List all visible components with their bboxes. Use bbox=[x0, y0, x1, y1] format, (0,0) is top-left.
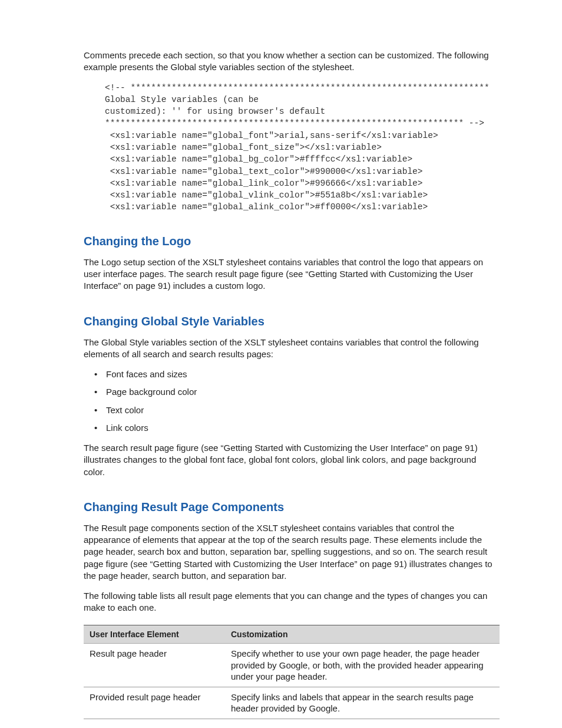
section-body: The Result page components section of th… bbox=[84, 522, 500, 582]
table-header-element: User Interface Element bbox=[84, 625, 225, 644]
section-body: The search result page figure (see “Gett… bbox=[84, 442, 500, 478]
heading-global-style: Changing Global Style Variables bbox=[84, 314, 500, 330]
section-global-style: Changing Global Style Variables The Glob… bbox=[84, 314, 500, 478]
table-cell: Provided result page header bbox=[84, 687, 225, 719]
list-item: Text color bbox=[94, 404, 500, 416]
list-item: Font faces and sizes bbox=[94, 368, 500, 380]
table-cell: Specify links and labels that appear in … bbox=[225, 687, 500, 719]
bullet-list: Font faces and sizes Page background col… bbox=[94, 368, 500, 434]
table-cell: Specify whether to use your own page hea… bbox=[225, 644, 500, 687]
code-sample: <!-- ***********************************… bbox=[105, 82, 500, 213]
customization-table: User Interface Element Customization Res… bbox=[84, 625, 500, 719]
heading-result-components: Changing Result Page Components bbox=[84, 499, 500, 515]
section-body: The Logo setup section of the XSLT style… bbox=[84, 256, 500, 292]
table-row: Result page header Specify whether to us… bbox=[84, 644, 500, 687]
section-changing-logo: Changing the Logo The Logo setup section… bbox=[84, 233, 500, 292]
section-body: The following table lists all result pag… bbox=[84, 590, 500, 614]
table-header-customization: Customization bbox=[225, 625, 500, 644]
list-item: Link colors bbox=[94, 422, 500, 434]
intro-paragraph: Comments precede each section, so that y… bbox=[84, 50, 500, 74]
table-row: Provided result page header Specify link… bbox=[84, 687, 500, 719]
table-cell: Result page header bbox=[84, 644, 225, 687]
section-result-components: Changing Result Page Components The Resu… bbox=[84, 499, 500, 719]
list-item: Page background color bbox=[94, 386, 500, 398]
heading-changing-logo: Changing the Logo bbox=[84, 233, 500, 249]
section-body: The Global Style variables section of th… bbox=[84, 337, 500, 361]
